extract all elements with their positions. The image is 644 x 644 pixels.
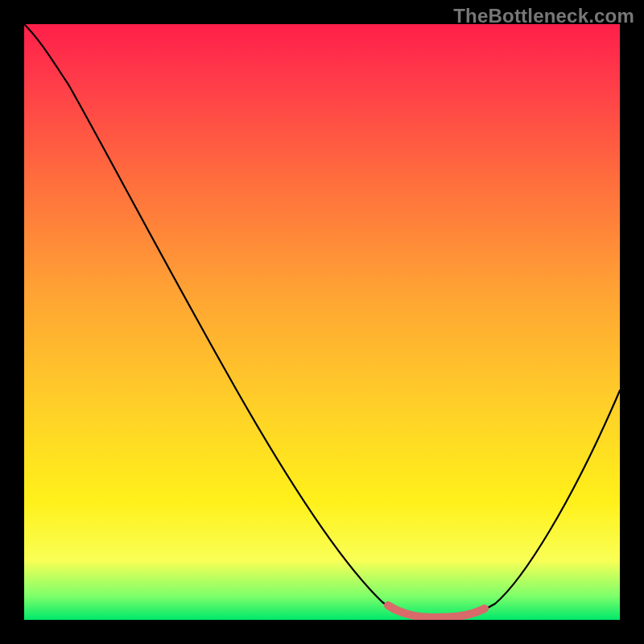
chart-frame: TheBottleneck.com <box>0 0 644 644</box>
optimal-zone-marker <box>388 605 485 617</box>
plot-area <box>24 24 620 620</box>
curve-layer <box>24 24 620 620</box>
watermark-text: TheBottleneck.com <box>453 5 634 27</box>
bottleneck-curve <box>24 24 620 617</box>
